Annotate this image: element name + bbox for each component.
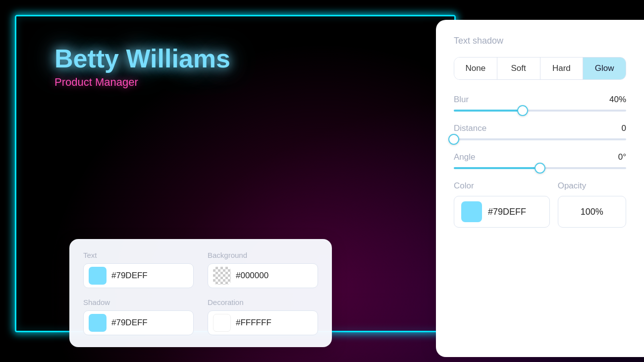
distance-value: 0 <box>622 123 626 133</box>
blur-value: 40% <box>609 95 626 105</box>
profile-name: Betty Williams <box>54 45 230 73</box>
angle-header: Angle 0° <box>454 152 626 162</box>
angle-label: Angle <box>454 152 475 162</box>
color-grid: Text #79DEFF Background #000000 Shadow #… <box>83 251 318 335</box>
text-color-swatch <box>89 267 107 285</box>
blur-section: Blur 40% <box>454 95 626 112</box>
angle-section: Angle 0° <box>454 152 626 169</box>
opacity-value: 100% <box>581 207 603 217</box>
background-color-input[interactable]: #000000 <box>208 263 318 288</box>
background-color-swatch <box>213 267 231 285</box>
shadow-color-input[interactable]: #79DEFF <box>83 310 194 335</box>
shadow-color-section: Shadow #79DEFF <box>83 298 194 335</box>
color-swatch-large <box>461 201 482 222</box>
profile-title: Product Manager <box>54 76 230 89</box>
right-panel: Text shadow None Soft Hard Glow Blur 40%… <box>436 20 644 357</box>
angle-track <box>454 167 626 169</box>
color-col: Color #79DEFF <box>454 181 550 228</box>
decoration-color-section: Decoration #FFFFFF <box>208 298 318 335</box>
opacity-input-box[interactable]: 100% <box>558 196 626 228</box>
opacity-col: Opacity 100% <box>558 181 626 228</box>
opacity-label: Opacity <box>558 181 626 191</box>
decoration-color-input[interactable]: #FFFFFF <box>208 310 318 335</box>
shadow-type-glow[interactable]: Glow <box>583 58 626 79</box>
profile-text-area: Betty Williams Product Manager <box>54 45 230 89</box>
blur-label: Blur <box>454 95 469 105</box>
text-color-section: Text #79DEFF <box>83 251 194 288</box>
color-input-box[interactable]: #79DEFF <box>454 196 550 228</box>
color-opacity-row: Color #79DEFF Opacity 100% <box>454 181 626 228</box>
text-color-label: Text <box>83 251 194 259</box>
text-color-input[interactable]: #79DEFF <box>83 263 194 288</box>
distance-label: Distance <box>454 123 486 133</box>
shadow-color-label: Shadow <box>83 298 194 306</box>
distance-track <box>454 138 626 140</box>
distance-section: Distance 0 <box>454 123 626 140</box>
shadow-type-hard[interactable]: Hard <box>540 58 584 79</box>
color-label: Color <box>454 181 550 191</box>
shadow-type-none[interactable]: None <box>454 58 497 79</box>
shadow-type-group: None Soft Hard Glow <box>454 57 626 80</box>
decoration-color-swatch <box>213 314 231 332</box>
text-color-hex: #79DEFF <box>111 271 148 281</box>
background-color-section: Background #000000 <box>208 251 318 288</box>
panel-section-title: Text shadow <box>454 36 626 46</box>
distance-header: Distance 0 <box>454 123 626 133</box>
shadow-color-hex: #79DEFF <box>111 318 148 328</box>
angle-value: 0° <box>618 152 626 162</box>
color-hex-large: #79DEFF <box>488 207 526 217</box>
shadow-type-soft[interactable]: Soft <box>497 58 540 79</box>
color-panel: Text #79DEFF Background #000000 Shadow #… <box>69 239 332 347</box>
blur-track <box>454 110 626 112</box>
decoration-color-label: Decoration <box>208 298 318 306</box>
shadow-color-swatch <box>89 314 107 332</box>
background-color-label: Background <box>208 251 318 259</box>
background-color-hex: #000000 <box>236 271 268 281</box>
blur-header: Blur 40% <box>454 95 626 105</box>
decoration-color-hex: #FFFFFF <box>236 318 271 328</box>
